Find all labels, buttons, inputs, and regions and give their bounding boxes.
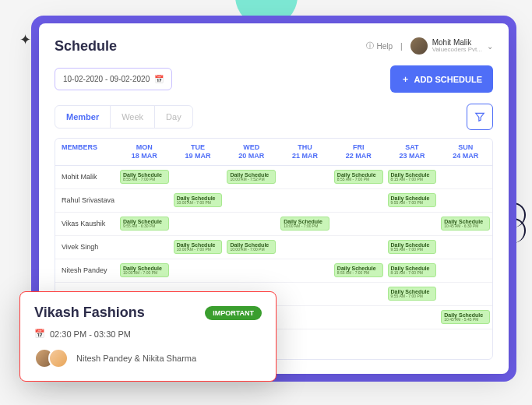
topbar: Schedule ⓘ Help | Mohit Malik Valuecoder… [55,37,493,55]
date-range-picker[interactable]: 10-02-2020 - 09-02-2020 📅 [55,68,172,90]
table-row: Vikas KaushikDaily Schedule9:55 AM - 6:3… [55,213,492,236]
schedule-chip[interactable]: Daily Schedule10:00 AM - 7:00 PM [227,240,276,254]
date-range-value: 10-02-2020 - 09-02-2020 [63,75,150,83]
schedule-cell[interactable] [439,259,492,282]
user-menu[interactable]: Mohit Malik Valuecoders Pvt... ⌄ [410,37,493,55]
tab-member[interactable]: Member [55,106,111,128]
schedule-cell[interactable] [278,166,332,188]
chip-time: 8:55 AM - 7:00 PM [337,178,380,181]
schedule-cell[interactable] [278,189,332,212]
attendee-names: Nitesh Pandey & Nikita Sharma [76,354,196,363]
header-day-fri: FRI22 MAR [332,139,386,165]
plus-icon: ＋ [401,73,410,85]
schedule-chip[interactable]: Daily Schedule10:45 AM - 6:30 PM [441,217,490,231]
schedule-cell[interactable]: Daily Schedule10:00 AM - 7:00 PM [224,236,278,259]
divider: | [400,42,403,51]
importance-badge: IMPORTANT [205,306,262,320]
schedule-cell[interactable]: Daily Schedule10:00 AM - 7:52 PM [224,166,278,188]
header-day-tue: TUE19 MAR [171,139,225,165]
schedule-cell[interactable]: Daily Schedule10:45 AM - 6:30 PM [439,213,492,235]
schedule-cell[interactable] [224,259,278,282]
schedule-cell[interactable] [118,236,171,259]
schedule-chip[interactable]: Daily Schedule9:55 AM - 7:00 PM [388,193,437,207]
schedule-cell[interactable] [278,259,332,282]
schedule-cell[interactable] [332,306,386,329]
tab-day[interactable]: Day [155,106,192,128]
schedule-cell[interactable] [332,236,386,259]
schedule-cell[interactable] [439,189,492,212]
schedule-chip[interactable]: Daily Schedule9:55 AM - 6:30 PM [120,217,169,231]
schedule-cell[interactable] [278,306,332,329]
schedule-cell[interactable]: Daily Schedule10:00 AM - 7:00 PM [171,189,225,212]
schedule-cell[interactable]: Daily Schedule9:55 AM - 7:00 PM [386,189,439,212]
schedule-cell[interactable]: Daily Schedule9:55 AM - 7:00 PM [386,236,439,259]
schedule-chip[interactable]: Daily Schedule10:00 AM - 7:00 PM [280,217,329,231]
schedule-chip[interactable]: Daily Schedule10:00 AM - 7:00 PM [120,263,169,277]
chip-time: 10:45 AM - 6:30 PM [444,224,487,228]
help-link[interactable]: ⓘ Help [366,40,393,51]
chip-time: 10:00 AM - 7:00 PM [177,248,220,252]
schedule-cell[interactable]: Daily Schedule8:15 AM - 7:00 PM [386,166,439,188]
schedule-chip[interactable]: Daily Schedule9:55 AM - 7:00 PM [388,240,437,254]
schedule-chip[interactable]: Daily Schedule8:15 AM - 7:00 PM [388,263,437,277]
schedule-cell[interactable]: Daily Schedule8:15 AM - 7:00 PM [386,259,439,282]
chip-time: 10:00 AM - 7:00 PM [177,201,220,205]
schedule-chip[interactable]: Daily Schedule10:00 AM - 7:00 PM [174,193,223,207]
chip-time: 10:45 AM - 5:45 PM [444,318,487,322]
schedule-cell[interactable] [278,236,332,259]
schedule-chip[interactable]: Daily Schedule10:00 AM - 7:00 PM [174,240,223,254]
schedule-cell[interactable]: Daily Schedule9:55 AM - 6:30 PM [118,213,171,235]
chip-time: 10:00 AM - 7:52 PM [230,178,273,181]
chip-time: 9:55 AM - 7:00 PM [391,248,434,252]
schedule-cell[interactable] [439,166,492,188]
schedule-cell[interactable] [278,283,332,305]
schedule-cell[interactable] [332,213,386,235]
schedule-cell[interactable] [224,213,278,235]
schedule-cell[interactable] [224,189,278,212]
schedule-cell[interactable] [386,306,439,329]
schedule-cell[interactable]: Daily Schedule10:00 AM - 7:00 PM [118,259,171,282]
popup-title: Vikash Fashions [34,305,145,321]
filter-button[interactable] [467,104,493,130]
schedule-cell[interactable]: Daily Schedule8:55 AM - 7:00 PM [332,259,386,282]
chip-time: 8:55 AM - 7:00 PM [337,271,380,275]
schedule-chip[interactable]: Daily Schedule10:00 AM - 7:52 PM [227,170,276,184]
schedule-cell[interactable] [439,236,492,259]
schedule-cell[interactable] [386,213,439,235]
member-cell: Rahul Srivastava [55,189,118,212]
schedule-cell[interactable]: Daily Schedule8:55 AM - 7:00 PM [332,166,386,188]
chip-time: 10:00 AM - 7:00 PM [123,271,166,275]
view-tabs: Member Week Day [55,105,193,129]
schedule-cell[interactable] [171,166,225,188]
tab-week[interactable]: Week [111,106,155,128]
schedule-chip[interactable]: Daily Schedule8:55 AM - 7:00 PM [334,170,383,184]
schedule-cell[interactable]: Daily Schedule9:55 AM - 7:00 PM [386,283,439,305]
calendar-icon: 📅 [154,75,164,83]
schedule-cell[interactable] [332,283,386,305]
schedule-chip[interactable]: Daily Schedule8:55 AM - 7:00 PM [334,263,383,277]
header-day-sat: SAT23 MAR [386,139,439,165]
schedule-chip[interactable]: Daily Schedule8:15 AM - 7:00 PM [388,170,437,184]
schedule-cell[interactable]: Daily Schedule8:55 AM - 7:00 PM [118,166,171,188]
table-row: Nitesh PandeyDaily Schedule10:00 AM - 7:… [55,259,492,283]
topbar-right: ⓘ Help | Mohit Malik Valuecoders Pvt... … [366,37,493,55]
table-row: Vivek SinghDaily Schedule10:00 AM - 7:00… [55,236,492,259]
help-label: Help [376,42,393,51]
schedule-cell[interactable] [332,189,386,212]
add-schedule-button[interactable]: ＋ ADD SCHEDULE [390,65,493,93]
schedule-cell[interactable] [171,259,225,282]
schedule-chip[interactable]: Daily Schedule9:55 AM - 7:00 PM [388,287,437,301]
header-day-mon: MON18 MAR [118,139,171,165]
member-cell: Nitesh Pandey [55,259,118,282]
schedule-chip[interactable]: Daily Schedule8:55 AM - 7:00 PM [120,170,169,184]
table-row: Mohit MalikDaily Schedule8:55 AM - 7:00 … [55,166,492,189]
schedule-chip[interactable]: Daily Schedule10:45 AM - 5:45 PM [441,310,490,324]
schedule-cell[interactable] [171,213,225,235]
schedule-cell[interactable]: Daily Schedule10:00 AM - 7:00 PM [278,213,332,235]
schedule-cell[interactable] [439,283,492,305]
schedule-cell[interactable]: Daily Schedule10:45 AM - 5:45 PM [439,306,492,329]
schedule-cell[interactable]: Daily Schedule10:00 AM - 7:00 PM [171,236,225,259]
user-info: Mohit Malik Valuecoders Pvt... [432,38,482,54]
schedule-cell[interactable] [118,189,171,212]
header-members: MEMBERS [55,139,118,165]
